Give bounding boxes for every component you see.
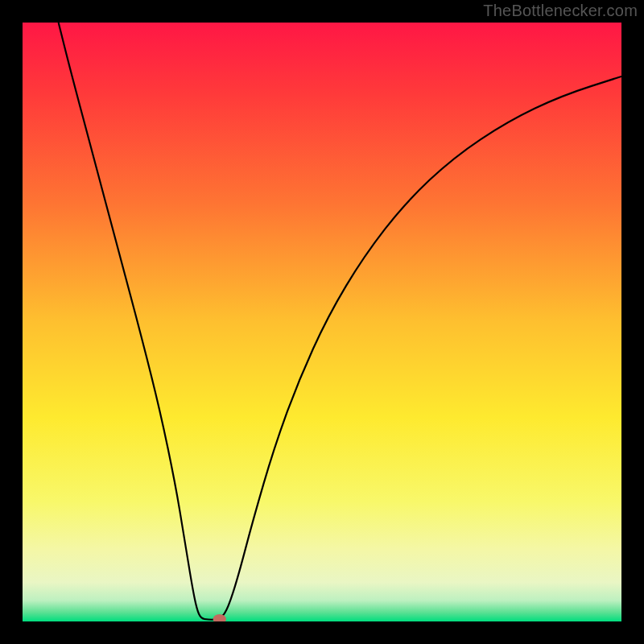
gradient-background [23, 23, 621, 621]
watermark: TheBottlenecker.com [483, 2, 638, 20]
chart-frame: TheBottlenecker.com [0, 0, 644, 644]
plot-area [23, 23, 621, 621]
bottleneck-chart [23, 23, 621, 621]
